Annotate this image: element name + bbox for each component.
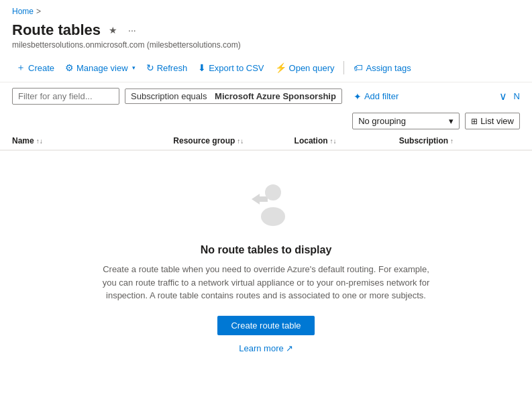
page-header: Route tables ★ ··· milesbettersolutions.… bbox=[0, 19, 532, 54]
filter-expand-label: N bbox=[514, 91, 520, 101]
empty-state-icon bbox=[240, 178, 293, 233]
col-location-label: Location bbox=[295, 136, 328, 145]
breadcrumb: Home > bbox=[0, 0, 532, 19]
search-input[interactable] bbox=[12, 88, 119, 105]
refresh-label: Refresh bbox=[157, 63, 188, 73]
svg-point-2 bbox=[261, 207, 285, 226]
grouping-dropdown[interactable]: No grouping ▾ bbox=[352, 113, 460, 129]
manage-view-label: Manage view bbox=[76, 63, 128, 73]
grouping-label: No grouping bbox=[358, 116, 406, 126]
external-link-icon: ↗ bbox=[286, 343, 293, 353]
filter-tag-prefix: Subscription equals bbox=[131, 91, 207, 101]
controls-row: No grouping ▾ ⊞ List view bbox=[0, 110, 532, 132]
export-csv-label: Export to CSV bbox=[209, 63, 264, 73]
download-icon: ⬇ bbox=[198, 62, 206, 73]
add-filter-icon: ✦ bbox=[354, 91, 362, 102]
learn-more-label: Learn more bbox=[239, 343, 283, 353]
filter-tag-value: Microsoft Azure Sponsorship bbox=[215, 91, 336, 101]
filter-row: Subscription equals Microsoft Azure Spon… bbox=[0, 82, 532, 110]
create-label: Create bbox=[28, 63, 54, 73]
empty-state: No route tables to display Create a rout… bbox=[0, 151, 532, 367]
assign-tags-button[interactable]: 🏷 Assign tags bbox=[350, 60, 415, 76]
toolbar: ＋ Create ⚙ Manage view ▾ ↻ Refresh ⬇ Exp… bbox=[0, 54, 532, 82]
open-query-button[interactable]: ⚡ Open query bbox=[271, 60, 339, 76]
more-options-button[interactable]: ··· bbox=[125, 23, 139, 37]
learn-more-link[interactable]: Learn more ↗ bbox=[239, 343, 292, 353]
col-subscription-label: Subscription bbox=[399, 136, 448, 145]
col-location[interactable]: Location ↑↓ bbox=[295, 136, 399, 145]
list-view-icon: ⊞ bbox=[471, 117, 478, 126]
list-view-button[interactable]: ⊞ List view bbox=[465, 113, 520, 129]
page-title: Route tables bbox=[12, 21, 101, 39]
add-filter-button[interactable]: ✦ Add filter bbox=[348, 89, 405, 105]
query-icon: ⚡ bbox=[275, 62, 286, 73]
chevron-down-icon: ▾ bbox=[132, 64, 136, 71]
subtitle: milesbettersolutions.onmicrosoft.com (mi… bbox=[12, 40, 520, 50]
open-query-label: Open query bbox=[289, 63, 335, 73]
home-link[interactable]: Home bbox=[12, 7, 34, 16]
col-name-label: Name bbox=[12, 136, 34, 145]
favorite-button[interactable]: ★ bbox=[106, 23, 120, 37]
export-csv-button[interactable]: ⬇ Export to CSV bbox=[194, 60, 268, 76]
sort-icon-name: ↑↓ bbox=[36, 137, 43, 145]
subscription-filter-tag: Subscription equals Microsoft Azure Spon… bbox=[125, 89, 342, 104]
plus-icon: ＋ bbox=[16, 62, 25, 74]
table-header: Name ↑↓ Resource group ↑↓ Location ↑↓ Su… bbox=[0, 132, 532, 151]
chevron-down-icon: ▾ bbox=[449, 116, 454, 126]
star-icon: ★ bbox=[109, 25, 117, 36]
svg-marker-0 bbox=[252, 194, 268, 204]
assign-tags-label: Assign tags bbox=[366, 63, 411, 73]
tag-icon: 🏷 bbox=[354, 62, 363, 73]
col-resource-group[interactable]: Resource group ↑↓ bbox=[173, 136, 294, 145]
list-view-label: List view bbox=[480, 116, 514, 126]
refresh-icon: ↻ bbox=[146, 62, 154, 73]
svg-point-1 bbox=[265, 184, 281, 200]
sort-icon-subscription: ↑ bbox=[450, 137, 454, 145]
refresh-button[interactable]: ↻ Refresh bbox=[142, 60, 192, 76]
sort-icon-location: ↑↓ bbox=[330, 137, 337, 145]
gear-icon: ⚙ bbox=[65, 62, 74, 73]
col-name[interactable]: Name ↑↓ bbox=[12, 136, 173, 145]
sort-icon-rg: ↑↓ bbox=[237, 137, 244, 145]
breadcrumb-separator: > bbox=[36, 7, 41, 16]
manage-view-button[interactable]: ⚙ Manage view ▾ bbox=[61, 60, 140, 76]
empty-title: No route tables to display bbox=[201, 244, 332, 256]
ellipsis-icon: ··· bbox=[128, 25, 136, 36]
add-filter-label: Add filter bbox=[364, 91, 398, 101]
toolbar-separator bbox=[343, 61, 344, 74]
filter-expand-button[interactable]: ∨ bbox=[496, 89, 510, 104]
empty-description: Create a route table when you need to ov… bbox=[99, 263, 434, 302]
col-subscription[interactable]: Subscription ↑ bbox=[399, 136, 520, 145]
col-rg-label: Resource group bbox=[173, 136, 235, 145]
create-button[interactable]: ＋ Create bbox=[12, 59, 58, 76]
create-route-table-button[interactable]: Create route table bbox=[217, 316, 314, 335]
